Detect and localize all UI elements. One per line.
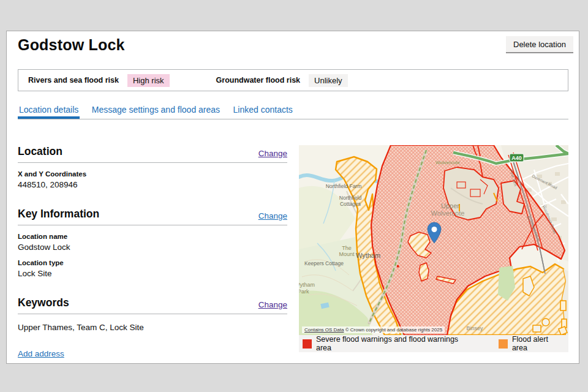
flood-alert-legend-label: Flood alert area <box>512 335 565 352</box>
label-the: The <box>342 245 352 251</box>
add-address-link[interactable]: Add address <box>18 349 287 358</box>
location-name-value: Godstow Lock <box>18 243 287 252</box>
groundwater-risk-badge: Unlikely <box>309 74 348 87</box>
location-heading: Location <box>18 145 62 157</box>
coordinates-label: X and Y Coordinates <box>18 170 287 178</box>
rivers-sea-risk-label: Rivers and sea flood risk <box>28 76 119 85</box>
label-northfield-cottages-2: Cottages <box>340 201 361 207</box>
label-binsey: Binsey <box>466 325 483 331</box>
key-information-section-header: Key Information Change <box>18 208 287 225</box>
change-location-link[interactable]: Change <box>258 149 287 158</box>
label-keepers-cottage: Keepers Cottage <box>304 260 344 266</box>
label-wytham: Wytham <box>356 252 380 259</box>
map-column: A40 Northfield Farm Northfield Cottages … <box>299 145 568 352</box>
copyright-text: © Crown copyright and database rights 20… <box>345 327 442 333</box>
location-section-header: Location Change <box>18 145 287 163</box>
label-wytham-park-2: Park <box>299 288 309 295</box>
details-column: Location Change X and Y Coordinates 4485… <box>18 145 287 364</box>
change-keywords-link[interactable]: Change <box>258 300 287 309</box>
a40-shield-label: A40 <box>511 155 522 161</box>
label-wolvercote-green: Wolvercote <box>435 160 460 165</box>
map-attribution: Contains OS Data © Crown copyright and d… <box>302 326 445 333</box>
label-upper: Upper <box>441 202 459 209</box>
location-detail-card: Godstow Lock Delete location Rivers and … <box>6 31 579 364</box>
label-northfield-cottages-1: Northfield <box>339 195 362 201</box>
location-type-label: Location type <box>18 259 287 266</box>
severe-warning-swatch <box>303 339 312 349</box>
tab-bar: Location details Message settings and fl… <box>18 104 568 119</box>
severe-warning-legend-label: Severe flood warnings and flood warnings… <box>316 335 473 352</box>
tab-location-details[interactable]: Location details <box>18 105 80 119</box>
tab-linked-contacts[interactable]: Linked contacts <box>232 105 294 119</box>
tab-message-settings[interactable]: Message settings and flood areas <box>91 105 221 119</box>
flood-map[interactable]: A40 Northfield Farm Northfield Cottages … <box>299 145 568 335</box>
flood-risk-banner: Rivers and sea flood risk High risk Grou… <box>18 69 568 91</box>
flood-alert-swatch <box>499 339 508 349</box>
label-northfield-farm: Northfield Farm <box>326 183 362 189</box>
keywords-section-header: Keywords Change <box>18 296 287 314</box>
add-internal-reference-link[interactable]: Add internal reference <box>18 363 287 364</box>
key-information-heading: Key Information <box>18 208 99 220</box>
delete-location-button[interactable]: Delete location <box>506 36 573 52</box>
label-wytham-park-1: Wytham <box>299 282 315 288</box>
location-name-label: Location name <box>18 233 287 240</box>
location-type-value: Lock Site <box>18 269 287 278</box>
add-links-group: Add address Add internal reference Add b… <box>18 349 287 364</box>
label-wolvercote: Wolvercote <box>431 209 465 217</box>
coordinates-value: 448510, 208946 <box>18 180 287 189</box>
flood-map-canvas: A40 Northfield Farm Northfield Cottages … <box>299 145 568 335</box>
page-title: Godstow Lock <box>18 36 125 54</box>
map-legend: Severe flood warnings and flood warnings… <box>299 335 568 352</box>
keywords-value: Upper Thames, Team C, Lock Site <box>18 323 287 332</box>
label-mount: Mount <box>339 251 355 257</box>
os-data-link[interactable]: Contains OS Data <box>304 327 344 333</box>
keywords-heading: Keywords <box>18 296 69 309</box>
groundwater-risk-label: Groundwater flood risk <box>216 76 301 85</box>
change-key-information-link[interactable]: Change <box>258 211 287 221</box>
rivers-sea-risk-badge: High risk <box>127 74 170 87</box>
